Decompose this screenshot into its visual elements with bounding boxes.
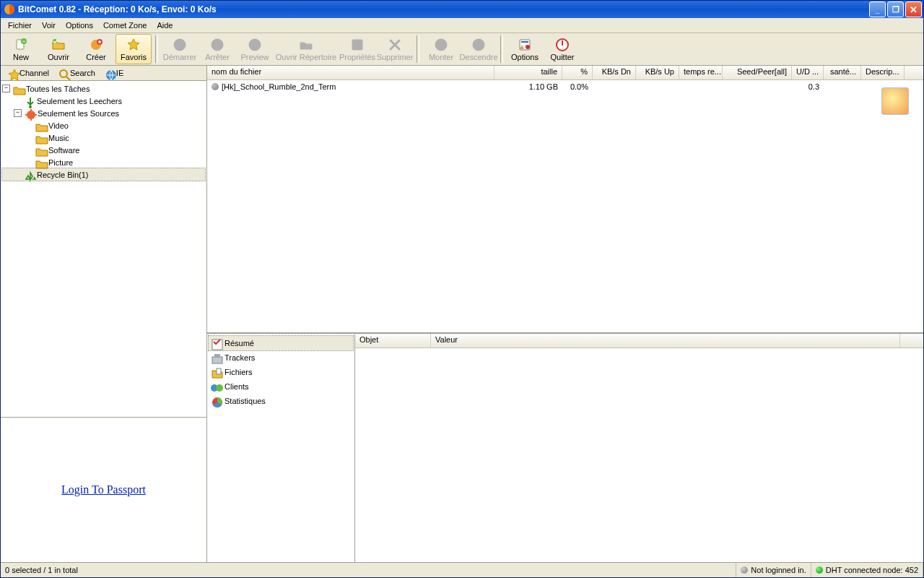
arreter-icon [210,38,225,52]
toolbar-preview-label: Preview [240,53,269,61]
cell-kbup [636,86,679,87]
col-header-name[interactable]: nom du fichier [207,66,494,79]
folder-icon [35,157,46,168]
svg-point-25 [27,111,35,119]
ouvrir-rep-icon [299,38,313,52]
col-header-ud[interactable]: U/D ... [792,66,824,79]
col-header-pct[interactable]: % [562,66,593,79]
svg-point-31 [216,384,223,392]
toolbar-supprimer-label: Supprimer [377,53,414,61]
tree-leechers[interactable]: Seulement les Leechers [2,95,205,107]
stats-icon [210,395,222,407]
toolbar-creer-button[interactable]: Créer [78,34,114,64]
folder-icon [35,120,46,131]
folder-root-icon [12,83,24,95]
login-passport-link[interactable]: Login To Passport [61,483,146,496]
toolbar-supprimer-button: Supprimer [377,34,413,64]
sidebar-tabs: ChannelSearchIE [1,66,206,81]
toolbar-new-label: New [13,53,29,61]
titlebar: BitComet 0.82 - Réception: 0 Ko/s, Envoi… [1,1,923,18]
task-row[interactable]: [Hk]_School_Rumble_2nd_Term1.10 GB0.0%0.… [207,80,923,92]
quitter-icon [555,38,570,52]
toolbar-demarrer-label: Démarrer [163,53,196,61]
svg-rect-29 [217,368,221,374]
toolbar-quitter-button[interactable]: Quitter [544,34,580,64]
toolbar-proprietes-label: Propriétés [339,53,375,61]
detail-tab-stats[interactable]: Statistiques [209,394,353,408]
tree-leechers-label: Seulement les Leechers [37,97,122,105]
tree-sources[interactable]: −Seulement les Sources [2,107,205,119]
tree-recycle[interactable]: Recycle Bin(1) [2,168,205,181]
sidebar-tab-channel[interactable]: Channel [4,67,53,79]
toolbar-monter-button: Monter [423,34,459,64]
menu-options[interactable]: Options [61,20,97,31]
col-header-size[interactable]: taille [494,66,562,79]
sidebar-tab-search[interactable]: Search [54,67,99,79]
svg-rect-28 [214,354,220,357]
col-header-seedpeer[interactable]: Seed/Peer[all] [723,66,792,79]
status-login: Not loginned in. [736,563,811,577]
tree-folder-software[interactable]: Software [2,144,205,156]
proprietes-icon [350,38,365,52]
detail-tab-clients-label: Clients [225,382,249,391]
toolbar-ouvrir-rep-label: Ouvrir Répertoire [276,53,336,61]
toolbar-ouvrir-button[interactable]: Ouvrir [40,34,77,64]
col-header-kbup[interactable]: KB/s Up [636,66,679,79]
detail-tab-fichiers[interactable]: Fichiers [209,365,353,379]
menu-aide[interactable]: Aide [152,20,177,31]
toolbar-quitter-label: Quitter [550,53,574,61]
creer-icon [89,38,103,52]
toolbar-monter-label: Monter [429,53,453,61]
task-status-icon [212,83,219,90]
status-dht: DHT connected node: 452 [811,563,923,577]
tree-folder-picture[interactable]: Picture [2,156,205,168]
menu-comet-zone[interactable]: Comet Zone [99,20,152,31]
toolbar-new-button[interactable]: +New [3,34,39,64]
detail-col-objet[interactable]: Objet [355,334,431,348]
detail-tab-trackers[interactable]: Trackers [209,350,353,365]
window-title: BitComet 0.82 - Réception: 0 Ko/s, Envoi… [18,4,869,14]
sidebar-tab-ie-label: IE [116,69,123,77]
col-header-kbdn[interactable]: KB/s Dn [593,66,636,79]
status-selection-text: 0 selected / 1 in total [5,566,78,574]
ouvrir-icon [51,38,66,52]
tree-expander[interactable]: − [14,109,22,117]
detail-tab-clients[interactable]: Clients [209,379,353,394]
leechers-icon [23,95,35,107]
toolbar-separator [500,35,503,63]
folder-icon [35,132,46,144]
svg-text:+: + [22,38,26,45]
toolbar-arreter-button: Arrêter [199,34,235,64]
toolbar-ouvrir-rep-button: Ouvrir Répertoire [274,34,338,64]
recycle-icon [23,169,35,181]
tree-all-tasks[interactable]: −Toutes les Tâches [2,82,205,95]
toolbar-separator [155,35,158,63]
tree-folder-music[interactable]: Music [2,131,205,144]
files-icon [210,366,222,378]
svg-point-22 [60,70,67,77]
col-header-time[interactable]: temps re... [679,66,723,79]
tree-folder-picture-label: Picture [48,158,73,167]
monter-icon [434,38,448,52]
sidebar-tab-search-label: Search [70,69,95,77]
maximize-button[interactable]: ❐ [887,1,904,17]
promo-panel: Login To Passport [1,417,206,562]
toolbar-options-button[interactable]: Options [507,34,543,64]
sidebar: ChannelSearchIE −Toutes les TâchesSeulem… [1,66,207,562]
tree-folder-software-label: Software [48,146,79,155]
detail-tab-resume[interactable]: Résumé [209,336,353,350]
col-header-descrip[interactable]: Descrip... [861,66,905,79]
close-button[interactable]: ✕ [905,1,922,17]
toolbar-separator [417,35,419,63]
menu-fichier[interactable]: Fichier [4,20,36,31]
col-header-sante[interactable]: santé... [824,66,861,79]
supprimer-icon [388,38,402,52]
minimize-button[interactable]: _ [869,1,886,17]
menu-voir[interactable]: Voir [38,20,60,31]
toolbar-favoris-button[interactable]: Favoris [116,34,152,64]
detail-col-valeur[interactable]: Valeur [431,334,900,348]
sidebar-tab-ie[interactable]: IE [100,67,127,79]
svg-point-19 [526,45,530,49]
tree-expander[interactable]: − [2,85,10,92]
tree-folder-music-label: Music [48,134,69,142]
